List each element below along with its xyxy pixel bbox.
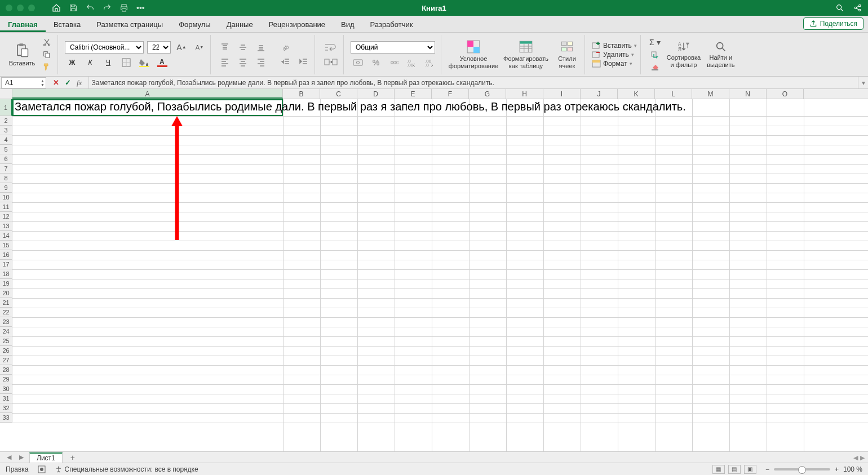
col-header-M[interactable]: M	[692, 89, 729, 99]
row-header-24[interactable]: 24	[0, 327, 12, 336]
redo-icon[interactable]	[103, 3, 112, 12]
col-header-D[interactable]: D	[357, 89, 395, 99]
col-header-A[interactable]: A	[12, 89, 283, 99]
name-box[interactable]: A1 ▲▼	[1, 77, 46, 88]
cell-styles-button[interactable]: Стилиячеек	[553, 37, 581, 73]
number-format-select[interactable]: Общий	[351, 41, 435, 54]
insert-cells-button[interactable]: Вставить▾	[592, 42, 637, 50]
decrease-font-icon[interactable]: A▼	[192, 42, 207, 53]
row-header-6[interactable]: 6	[0, 154, 12, 164]
align-middle-icon[interactable]	[236, 42, 250, 53]
row-header-28[interactable]: 28	[0, 365, 12, 375]
save-icon[interactable]	[69, 3, 78, 12]
comma-icon[interactable]: 000	[387, 57, 401, 68]
align-center-icon[interactable]	[236, 56, 250, 68]
italic-button[interactable]: К	[83, 57, 98, 68]
row-header-21[interactable]: 21	[0, 298, 12, 308]
delete-cells-button[interactable]: Удалить▾	[592, 51, 637, 59]
font-name-select[interactable]: Calibri (Основной...	[65, 41, 144, 54]
sheet-tab-1[interactable]: Лист1	[29, 452, 63, 463]
col-header-B[interactable]: B	[283, 89, 320, 99]
select-all-corner[interactable]	[0, 89, 12, 99]
col-header-F[interactable]: F	[432, 89, 469, 99]
conditional-formatting-button[interactable]: Условноеформатирование	[448, 37, 499, 73]
row-header-16[interactable]: 16	[0, 250, 12, 260]
minimize-dot[interactable]	[17, 5, 24, 11]
row-header-12[interactable]: 12	[0, 212, 12, 221]
close-dot[interactable]	[6, 5, 12, 11]
grid[interactable]: ABCDEFGHIJKLMNO 123456789101112131415161…	[0, 89, 868, 451]
align-left-icon[interactable]	[218, 56, 232, 68]
cancel-icon[interactable]: ✕	[53, 78, 59, 87]
row-header-18[interactable]: 18	[0, 269, 12, 279]
col-header-C[interactable]: C	[320, 89, 357, 99]
macro-record-icon[interactable]	[38, 465, 46, 473]
row-header-13[interactable]: 13	[0, 221, 12, 231]
clear-icon[interactable]	[648, 61, 662, 73]
zoom-level[interactable]: 100 %	[843, 465, 862, 473]
row-header-23[interactable]: 23	[0, 317, 12, 327]
row-header-1[interactable]: 1	[0, 99, 12, 116]
paste-button[interactable]: Вставить	[8, 37, 36, 73]
row-header-3[interactable]: 3	[0, 126, 12, 135]
formula-expand-icon[interactable]: ▾	[858, 77, 868, 88]
col-header-H[interactable]: H	[506, 89, 543, 99]
copy-icon[interactable]	[39, 49, 54, 60]
currency-icon[interactable]	[351, 57, 365, 68]
col-header-G[interactable]: G	[469, 89, 506, 99]
share-button[interactable]: Поделиться	[803, 17, 863, 30]
row-header-31[interactable]: 31	[0, 394, 12, 403]
row-header-32[interactable]: 32	[0, 403, 12, 413]
row-header-22[interactable]: 22	[0, 308, 12, 317]
increase-font-icon[interactable]: A▲	[174, 42, 189, 53]
sheet-nav-next[interactable]: ▶	[17, 454, 26, 461]
font-size-select[interactable]: 22	[147, 41, 171, 54]
undo-icon[interactable]	[86, 3, 95, 12]
row-header-14[interactable]: 14	[0, 231, 12, 241]
format-painter-icon[interactable]	[39, 61, 54, 73]
fx-icon[interactable]: fx	[77, 78, 82, 87]
sort-filter-button[interactable]: AЯ Сортировкаи фильтр	[666, 37, 702, 73]
row-header-7[interactable]: 7	[0, 164, 12, 174]
orientation-icon[interactable]: ab	[278, 42, 293, 53]
share-icon[interactable]	[853, 3, 862, 12]
row-header-9[interactable]: 9	[0, 183, 12, 193]
tab-home[interactable]: Главная	[0, 17, 46, 32]
border-button[interactable]	[119, 57, 134, 68]
home-icon[interactable]	[52, 3, 61, 12]
bold-button[interactable]: Ж	[65, 57, 79, 68]
merge-cells-icon[interactable]	[322, 56, 340, 68]
normal-view-icon[interactable]: ▦	[712, 465, 725, 474]
accessibility-status[interactable]: Специальные возможности: все в порядке	[55, 465, 198, 473]
underline-button[interactable]: Ч	[101, 57, 116, 68]
autosum-icon[interactable]: Σ ▾	[648, 37, 662, 48]
col-header-E[interactable]: E	[395, 89, 432, 99]
tab-page-layout[interactable]: Разметка страницы	[88, 17, 171, 32]
namebox-spinner[interactable]: ▲▼	[41, 79, 46, 87]
tab-review[interactable]: Рецензирование	[261, 17, 333, 32]
increase-indent-icon[interactable]	[296, 56, 311, 68]
row-header-5[interactable]: 5	[0, 145, 12, 154]
cut-icon[interactable]	[39, 37, 54, 48]
col-header-J[interactable]: J	[581, 89, 618, 99]
format-as-table-button[interactable]: Форматироватькак таблицу	[502, 37, 550, 73]
tab-view[interactable]: Вид	[333, 17, 362, 32]
tab-insert[interactable]: Вставка	[46, 17, 88, 32]
row-header-26[interactable]: 26	[0, 346, 12, 356]
find-select-button[interactable]: Найти ивыделить	[705, 37, 737, 73]
row-header-20[interactable]: 20	[0, 288, 12, 298]
wrap-text-icon[interactable]	[322, 42, 340, 53]
row-header-2[interactable]: 2	[0, 116, 12, 126]
page-break-view-icon[interactable]: ▣	[744, 465, 756, 474]
percent-icon[interactable]: %	[369, 57, 383, 68]
decrease-indent-icon[interactable]	[278, 56, 293, 68]
hscroll[interactable]: ◀▶	[853, 454, 865, 461]
col-header-L[interactable]: L	[655, 89, 692, 99]
row-header-33[interactable]: 33	[0, 413, 12, 423]
row-header-4[interactable]: 4	[0, 135, 12, 145]
row-header-17[interactable]: 17	[0, 260, 12, 269]
row-header-10[interactable]: 10	[0, 193, 12, 202]
maximize-dot[interactable]	[28, 5, 35, 11]
align-right-icon[interactable]	[254, 56, 268, 68]
tab-data[interactable]: Данные	[219, 17, 261, 32]
